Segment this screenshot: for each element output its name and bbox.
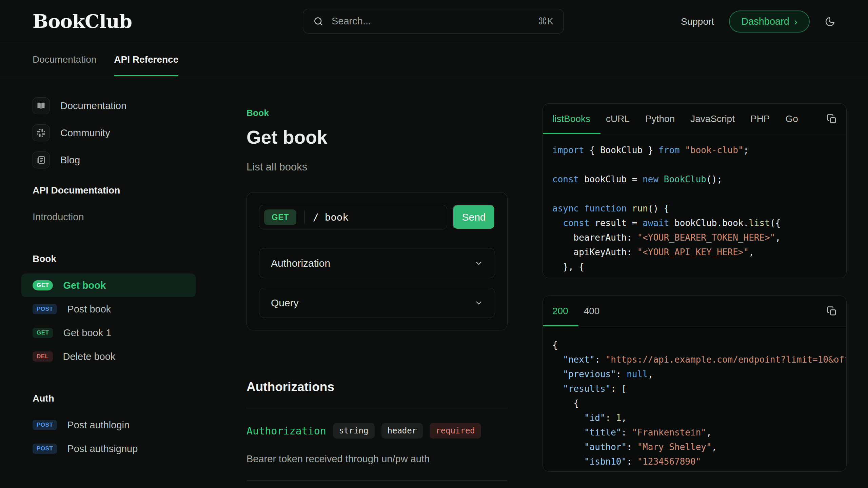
param-description: Bearer token received through un/pw auth bbox=[246, 453, 508, 465]
search-input[interactable]: Search... ⌘K bbox=[303, 9, 564, 34]
sidebar-item-post-authlogin[interactable]: POSTPost authlogin bbox=[21, 413, 196, 437]
authorizations-heading: Authorizations bbox=[246, 380, 508, 394]
location-badge: header bbox=[381, 423, 423, 439]
method-badge-post: POST bbox=[33, 420, 57, 430]
category-label: Book bbox=[246, 108, 508, 118]
sidebar-section-api-documentation: API DocumentationIntroduction bbox=[21, 185, 196, 229]
request-path: / book bbox=[313, 211, 349, 223]
sidebar-link-documentation[interactable]: Documentation bbox=[21, 97, 196, 114]
sidebar-item-get-book-1[interactable]: GETGet book 1 bbox=[21, 321, 196, 345]
sidebar-link-label: Community bbox=[60, 127, 110, 139]
code-block: import { BookClub } from "book-club"; co… bbox=[543, 134, 846, 278]
sidebar-link-label: Blog bbox=[60, 155, 80, 166]
primary-tabs: DocumentationAPI Reference bbox=[0, 43, 868, 76]
response-tab-200[interactable]: 200 bbox=[552, 296, 568, 326]
divider bbox=[246, 480, 508, 481]
sidebar-item-delete-book[interactable]: DELDelete book bbox=[21, 345, 196, 368]
sidebar: DocumentationCommunityBlogAPI Documentat… bbox=[21, 97, 196, 461]
search-shortcut: ⌘K bbox=[538, 16, 553, 27]
request-row: GET / book Send bbox=[259, 205, 495, 229]
sidebar-item-post-book[interactable]: POSTPost book bbox=[21, 297, 196, 321]
sidebar-item-label: Post authlogin bbox=[67, 420, 130, 431]
copy-icon[interactable] bbox=[827, 306, 837, 316]
slack-icon bbox=[33, 124, 50, 141]
dashboard-label: Dashboard bbox=[741, 16, 789, 27]
search-icon bbox=[313, 16, 323, 26]
required-badge: required bbox=[430, 423, 481, 439]
dashboard-button[interactable]: Dashboard › bbox=[729, 11, 810, 33]
response-tabs: 200400 bbox=[543, 296, 846, 326]
sidebar-item-introduction[interactable]: Introduction bbox=[21, 205, 196, 229]
response-code-block: { "next": "https://api.example.com/endpo… bbox=[543, 326, 846, 472]
support-link[interactable]: Support bbox=[681, 16, 714, 27]
main-content: Book Get book List all books GET / book … bbox=[246, 108, 508, 481]
type-badge: string bbox=[333, 423, 375, 439]
sidebar-item-label: Introduction bbox=[33, 211, 84, 223]
sidebar-section-book: BookGETGet bookPOSTPost bookGETGet book … bbox=[21, 253, 196, 368]
book-open-icon bbox=[33, 97, 50, 114]
method-badge-get: GET bbox=[33, 328, 53, 338]
param-name: Authorization bbox=[246, 425, 326, 437]
authorization-param-row: Authorization string header required bbox=[246, 423, 508, 439]
dropdown-label: Authorization bbox=[271, 258, 330, 269]
sidebar-item-label: Get book bbox=[63, 280, 106, 291]
chevron-down-icon bbox=[474, 299, 483, 307]
sidebar-link-label: Documentation bbox=[60, 100, 126, 111]
primary-tab-documentation[interactable]: Documentation bbox=[33, 43, 96, 76]
chevron-down-icon bbox=[474, 259, 483, 268]
method-badge: GET bbox=[264, 209, 296, 225]
top-bar: BookClub Search... ⌘K Support Dashboard … bbox=[0, 0, 868, 43]
sidebar-section-title: Auth bbox=[21, 393, 196, 404]
sidebar-link-community[interactable]: Community bbox=[21, 124, 196, 141]
code-example-panel: listBookscURLPythonJavaScriptPHPGo impor… bbox=[542, 103, 847, 278]
dropdown-label: Query bbox=[271, 297, 299, 309]
code-tab-php[interactable]: PHP bbox=[750, 104, 770, 134]
top-right-actions: Support Dashboard › bbox=[681, 0, 835, 43]
response-panel: 200400 { "next": "https://api.example.co… bbox=[542, 296, 847, 472]
logo[interactable]: BookClub bbox=[33, 10, 132, 32]
code-tab-javascript[interactable]: JavaScript bbox=[690, 104, 735, 134]
divider bbox=[246, 408, 508, 408]
authorization-dropdown[interactable]: Authorization bbox=[259, 248, 495, 278]
method-badge-post: POST bbox=[33, 304, 57, 314]
method-badge-get: GET bbox=[33, 280, 53, 290]
code-tab-curl[interactable]: cURL bbox=[606, 104, 630, 134]
divider bbox=[304, 210, 305, 224]
sidebar-section-auth: AuthPOSTPost authloginPOSTPost authsignu… bbox=[21, 393, 196, 461]
code-tab-go[interactable]: Go bbox=[786, 104, 798, 134]
code-tab-listbooks[interactable]: listBooks bbox=[552, 104, 590, 134]
method-badge-post: POST bbox=[33, 444, 57, 454]
code-tabs: listBookscURLPythonJavaScriptPHPGo bbox=[543, 104, 846, 134]
sidebar-section-title: API Documentation bbox=[21, 185, 196, 196]
copy-icon[interactable] bbox=[827, 114, 837, 124]
sidebar-item-label: Post authsignup bbox=[67, 443, 138, 454]
sidebar-section-title: Book bbox=[21, 253, 196, 265]
request-path-input[interactable]: GET / book bbox=[259, 205, 447, 229]
sidebar-item-label: Delete book bbox=[63, 351, 116, 362]
page-title: Get book bbox=[246, 126, 508, 148]
moon-icon[interactable] bbox=[825, 16, 835, 27]
query-dropdown[interactable]: Query bbox=[259, 288, 495, 318]
primary-tab-api-reference[interactable]: API Reference bbox=[114, 43, 178, 76]
sidebar-item-get-book[interactable]: GETGet book bbox=[21, 273, 196, 297]
api-tester-panel: GET / book Send Authorization Query bbox=[246, 192, 508, 330]
sidebar-link-blog[interactable]: Blog bbox=[21, 151, 196, 168]
send-button[interactable]: Send bbox=[453, 205, 495, 229]
response-tab-400[interactable]: 400 bbox=[584, 296, 600, 326]
sidebar-item-post-authsignup[interactable]: POSTPost authsignup bbox=[21, 437, 196, 461]
chevron-right-icon: › bbox=[794, 17, 797, 27]
page-subtitle: List all books bbox=[246, 161, 508, 173]
code-tab-python[interactable]: Python bbox=[645, 104, 675, 134]
sidebar-item-label: Get book 1 bbox=[63, 327, 111, 339]
newspaper-icon bbox=[33, 151, 50, 168]
sidebar-item-label: Post book bbox=[67, 304, 111, 315]
search-placeholder: Search... bbox=[332, 16, 371, 27]
method-badge-del: DEL bbox=[33, 351, 53, 362]
